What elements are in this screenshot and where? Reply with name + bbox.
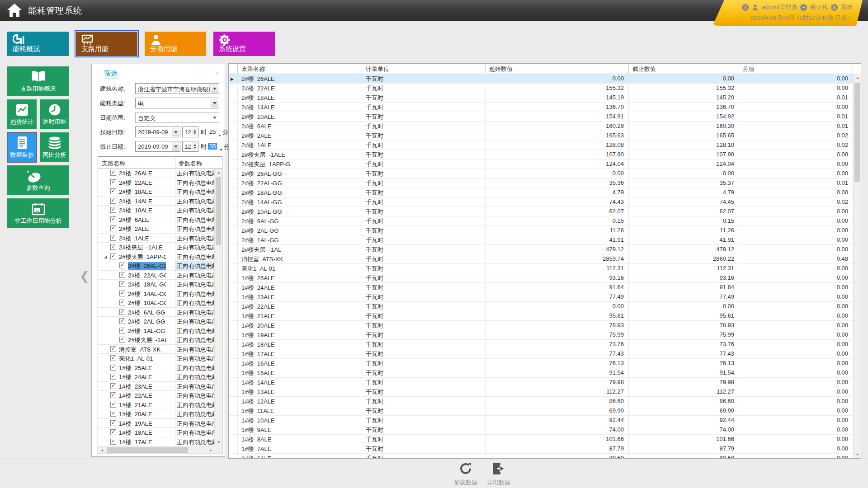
row-selector[interactable] — [229, 330, 238, 339]
table-row[interactable]: 2#楼 18ALE 千瓦时 145.19 145.20 0.01 — [229, 93, 853, 103]
scroll-right-icon[interactable] — [207, 446, 214, 454]
row-selector[interactable] — [229, 169, 238, 178]
sidebar-item-nonworkday-analysis[interactable]: 12 非工作日用能分析 — [7, 198, 69, 228]
checkbox-checked[interactable] — [119, 263, 125, 268]
minimize-button[interactable]: 最小化 — [810, 3, 828, 11]
table-row[interactable]: 1#楼 8ALE 千瓦时 101.66 101.66 0.00 — [229, 435, 853, 444]
sidebar-item-branch-overview[interactable]: 支路用能概况 — [7, 66, 69, 96]
tree-row[interactable]: 1#楼 19ALE 正向有功总电能 — [98, 419, 214, 428]
row-selector[interactable] — [229, 273, 238, 282]
tree-row[interactable]: 1#楼 22ALE 正向有功总电能 — [98, 391, 214, 400]
row-selector[interactable] — [229, 349, 238, 358]
table-row[interactable]: 2#楼 14ALE 千瓦时 136.70 136.70 0.00 — [229, 103, 853, 112]
row-selector[interactable] — [229, 84, 238, 93]
checkbox-checked[interactable] — [110, 383, 116, 389]
tree-row[interactable]: 2#楼 1AL-GG 正向有功总电能 — [98, 326, 214, 336]
table-row[interactable]: 1#楼 20ALE 千瓦时 78.93 78.93 0.00 — [229, 321, 853, 330]
tree-row[interactable]: 2#楼 10ALE 正向有功总电能 — [98, 206, 214, 215]
tree-row[interactable]: 2#楼 18AL-GG 正向有功总电能 — [98, 280, 214, 289]
table-row[interactable]: 1#楼 25ALE 千瓦时 93.16 93.16 0.00 — [229, 273, 853, 283]
chevron-down-icon[interactable] — [218, 130, 221, 138]
checkbox-checked[interactable] — [110, 207, 116, 213]
table-row[interactable]: 1#楼 17ALE 千瓦时 77.43 77.43 0.00 — [229, 349, 853, 359]
checkbox-checked[interactable] — [119, 328, 125, 333]
table-row[interactable]: 2#楼 26ALE 千瓦时 0.00 0.00 0.00 — [229, 74, 853, 84]
spinner-arrows-icon[interactable] — [192, 127, 198, 136]
minimize-icon[interactable]: – — [800, 4, 807, 11]
checkbox-checked[interactable] — [110, 235, 116, 241]
chevron-down-icon[interactable] — [211, 99, 218, 108]
tree-vertical-scrollbar[interactable] — [214, 169, 222, 446]
checkbox-checked[interactable] — [110, 179, 116, 185]
end-hour-stepper[interactable]: 12 — [182, 141, 198, 152]
tree-row[interactable]: 2#楼 10AL-GG 正向有功总电能 — [98, 298, 214, 308]
tree-row[interactable]: 2#楼 22AL-GG 正向有功总电能 — [98, 271, 214, 280]
table-row[interactable]: 1#楼 15ALE 千瓦时 91.54 91.54 0.00 — [229, 368, 853, 378]
table-row[interactable]: 1#楼 11ALE 千瓦时 69.90 69.90 0.00 — [229, 406, 853, 416]
row-selector[interactable] — [229, 397, 238, 406]
row-selector[interactable] — [229, 264, 238, 273]
row-selector[interactable] — [229, 74, 238, 83]
table-row[interactable]: 2#楼夹层 1APP-G 千瓦时 124.04 124.04 0.00 — [229, 160, 853, 169]
tree-row[interactable]: 1#楼 21ALE 正向有功总电能 — [98, 400, 214, 410]
tree-row[interactable]: 2#楼 2ALE 正向有功总电能 — [98, 224, 214, 234]
tree-row[interactable]: 2#楼 18ALE 正向有功总电能 — [98, 187, 214, 197]
row-selector[interactable] — [229, 93, 238, 102]
tab-energy-overview[interactable]: 能耗概况 — [7, 32, 69, 56]
table-row[interactable]: 1#楼 24ALE 千瓦时 91.64 91.64 0.00 — [229, 283, 853, 292]
collapse-panel-chevron[interactable]: ❮ — [80, 269, 90, 283]
table-row[interactable]: 2#楼 18AL-GG 千瓦时 4.79 4.79 0.00 — [229, 188, 853, 197]
tree-row[interactable]: 2#楼夹层 1APP-G 正向有功总电能 — [98, 252, 214, 262]
tree-row[interactable]: 2#楼 26ALE 正向有功总电能 — [98, 169, 214, 178]
spinner-arrows-icon[interactable] — [192, 142, 198, 151]
checkbox-checked[interactable] — [119, 300, 125, 305]
table-row[interactable]: 2#楼夹层 -1AL 千瓦时 479.12 479.12 0.00 — [229, 245, 853, 254]
tree-row[interactable]: 2#楼夹层 -1ALE 正向有功总电能 — [98, 243, 214, 252]
checkbox-checked[interactable] — [110, 346, 116, 352]
tree-row[interactable]: 2#楼 14ALE 正向有功总电能 — [98, 197, 214, 206]
pin-icon[interactable]: ⌕ — [216, 70, 219, 75]
row-selector[interactable] — [229, 160, 238, 169]
table-row[interactable]: 2#楼夹层 -1ALE 千瓦时 107.90 107.90 0.00 — [229, 150, 853, 160]
scroll-down-icon[interactable] — [854, 450, 861, 458]
checkbox-checked[interactable] — [119, 309, 125, 315]
checkbox-checked[interactable] — [119, 272, 125, 278]
chevron-down-icon[interactable] — [211, 113, 218, 122]
table-row[interactable]: 2#楼 22AL-GG 千瓦时 35.36 35.37 0.01 — [229, 178, 853, 188]
scroll-up-icon[interactable] — [215, 169, 222, 176]
tree-horizontal-scrollbar[interactable] — [98, 446, 214, 454]
row-selector[interactable] — [229, 359, 238, 368]
chevron-down-icon[interactable] — [211, 84, 218, 93]
checkbox-checked[interactable] — [119, 281, 125, 287]
table-row[interactable]: 1#楼 14ALE 千瓦时 79.98 79.98 0.00 — [229, 378, 853, 387]
row-selector[interactable] — [229, 103, 238, 112]
tree-row[interactable]: 1#楼 25ALE 正向有功总电能 — [98, 363, 214, 373]
checkbox-checked[interactable] — [110, 365, 116, 371]
table-row[interactable]: 亮化1 AL-01 千瓦时 112.31 112.31 0.00 — [229, 264, 853, 273]
table-row[interactable]: 2#楼 10AL-GG 千瓦时 62.07 62.07 0.00 — [229, 207, 853, 216]
row-selector[interactable] — [229, 368, 238, 377]
row-selector[interactable] — [229, 197, 238, 206]
row-selector[interactable] — [229, 321, 238, 330]
row-selector[interactable] — [229, 387, 238, 396]
table-row[interactable]: 1#楼 13ALE 千瓦时 112.27 112.27 0.00 — [229, 387, 853, 397]
scroll-left-icon[interactable] — [98, 446, 106, 454]
row-selector[interactable] — [229, 216, 238, 225]
tree-row[interactable]: 2#楼 22ALE 正向有功总电能 — [98, 178, 214, 188]
start-hour-stepper[interactable]: 12 — [182, 127, 198, 137]
table-row[interactable]: 2#楼 6AL-GG 千瓦时 0.15 0.15 0.00 — [229, 216, 853, 226]
home-icon[interactable] — [6, 3, 23, 18]
checkbox-checked[interactable] — [110, 411, 116, 417]
tree-row[interactable]: 2#楼 14AL-GG 正向有功总电能 — [98, 289, 214, 299]
row-selector[interactable] — [229, 245, 238, 254]
tree-row[interactable]: 消控室 ATS-XK 正向有功总电能 — [98, 345, 214, 354]
table-row[interactable]: 2#楼 2AL-GG 千瓦时 11.26 11.26 0.00 — [229, 226, 853, 235]
table-row[interactable]: 消控室 ATS-XK 千瓦时 2859.74 2860.22 0.48 — [229, 254, 853, 264]
checkbox-checked[interactable] — [110, 392, 116, 398]
row-selector[interactable] — [229, 235, 238, 244]
checkbox-checked[interactable] — [110, 439, 116, 445]
tree-row[interactable]: 2#楼 1ALE 正向有功总电能 — [98, 234, 214, 243]
tree-row[interactable]: 1#楼 17ALE 正向有功总电能 — [98, 437, 214, 446]
row-selector[interactable] — [229, 292, 238, 301]
row-selector[interactable] — [229, 444, 238, 453]
